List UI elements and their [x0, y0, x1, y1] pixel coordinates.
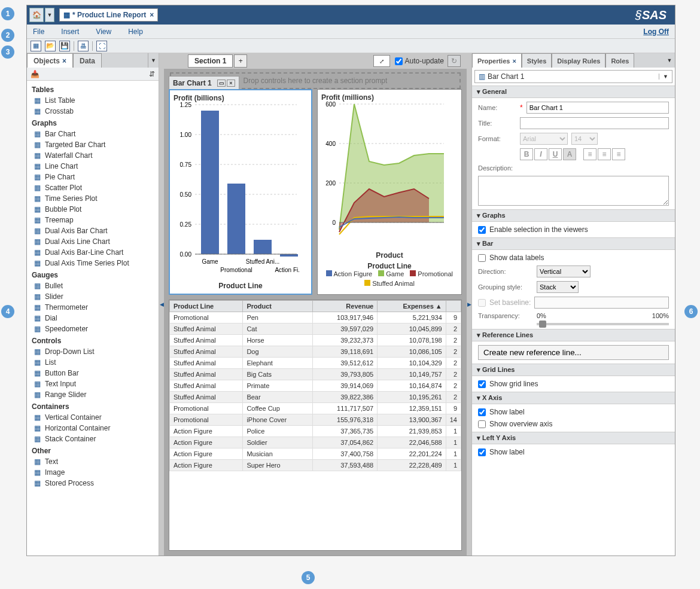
close-icon[interactable]: × [62, 57, 66, 65]
grouping-select[interactable]: Stack [537, 281, 579, 293]
col-revenue[interactable]: Revenue [312, 301, 377, 312]
close-icon[interactable]: × [227, 80, 235, 87]
col-expenses[interactable]: Expenses ▲ [378, 301, 446, 312]
refresh-button[interactable]: ↻ [448, 55, 461, 67]
col-product-line[interactable]: Product Line [170, 301, 243, 312]
tab-properties[interactable]: Properties× [472, 53, 522, 68]
object-item[interactable]: ▦Bullet [28, 280, 157, 291]
description-field[interactable] [478, 176, 669, 206]
save-button[interactable]: 💾 [59, 41, 70, 51]
section-gridlines[interactable]: ▾ Grid Lines [472, 364, 675, 376]
add-object-icon[interactable]: 📥 [31, 70, 39, 78]
section-general[interactable]: ▾ General [472, 86, 675, 98]
object-item[interactable]: ▦Dual Axis Time Series Plot [28, 258, 157, 268]
object-item[interactable]: ▦List Table [28, 95, 157, 106]
object-item[interactable]: ▦Vertical Container [28, 412, 157, 423]
object-item[interactable]: ▦Range Slider [28, 389, 157, 400]
object-item[interactable]: ▦Pie Chart [28, 172, 157, 182]
line-chart[interactable]: Profit (millions) 6004002000 [317, 89, 462, 295]
object-item[interactable]: ▦Bar Chart [28, 129, 157, 139]
table-row[interactable]: PromotionalPen103,917,9465,221,9349 [170, 312, 461, 324]
object-item[interactable]: ▦Horizontal Container [28, 423, 157, 434]
bar-chart[interactable]: Profit (billions) 1.251.000.750.500.250.… [169, 89, 312, 295]
object-item[interactable]: ▦Text [28, 456, 157, 467]
table-row[interactable]: Stuffed AnimalPrimate39,914,06910,164,87… [170, 380, 461, 392]
add-section-button[interactable]: + [234, 54, 247, 68]
object-item[interactable]: ▦Dual Axis Bar-Line Chart [28, 247, 157, 258]
table-row[interactable]: Stuffed AnimalBig Cats39,793,80510,149,7… [170, 369, 461, 380]
table-row[interactable]: Action FigureSuper Hero37,593,48822,228,… [170, 460, 461, 471]
home-button[interactable]: 🏠 [29, 8, 44, 22]
close-icon[interactable]: × [150, 11, 154, 19]
document-tab[interactable]: ▦ * Product Line Report × [59, 8, 158, 22]
object-item[interactable]: ▦Button Bar [28, 368, 157, 379]
xaxis-overview-checkbox[interactable] [478, 420, 486, 428]
object-item[interactable]: ▦Waterfall Chart [28, 150, 157, 161]
tab-roles[interactable]: Roles [605, 53, 634, 68]
tab-styles[interactable]: Styles [522, 53, 552, 68]
menu-file[interactable]: File [33, 28, 44, 36]
section-graphs[interactable]: ▾ Graphs [472, 209, 675, 222]
object-item[interactable]: ▦Line Chart [28, 161, 157, 172]
object-item[interactable]: ▦Stack Container [28, 434, 157, 444]
auto-update-checkbox[interactable] [395, 57, 403, 65]
title-field[interactable] [520, 117, 669, 129]
tab-objects[interactable]: Objects× [27, 53, 73, 68]
section-lyaxis[interactable]: ▾ Left Y Axis [472, 432, 675, 444]
table-row[interactable]: PromotionalCoffee Cup111,717,50712,359,1… [170, 403, 461, 414]
col-product[interactable]: Product [243, 301, 312, 312]
expand-button[interactable]: ⤢ [373, 55, 390, 67]
tab-display-rules[interactable]: Display Rules [552, 53, 605, 68]
new-report-button[interactable]: ▦ [31, 41, 41, 51]
transparency-slider[interactable] [537, 323, 669, 325]
object-item[interactable]: ▦Stored Process [28, 478, 157, 489]
close-icon[interactable]: × [512, 57, 516, 65]
table-row[interactable]: PromotionaliPhone Cover155,976,31813,900… [170, 414, 461, 426]
maximize-icon[interactable]: ▭ [217, 80, 226, 87]
object-selector[interactable]: ▥ Bar Chart 1▼ [474, 70, 672, 83]
section-xaxis[interactable]: ▾ X Axis [472, 392, 675, 404]
resize-handle-left[interactable]: ◀ [159, 53, 164, 556]
logoff-link[interactable]: Log Off [643, 28, 669, 36]
object-item[interactable]: ▦Bubble Plot [28, 204, 157, 215]
table-row[interactable]: Action FigureMusician37,400,75822,201,22… [170, 448, 461, 460]
menu-help[interactable]: Help [128, 28, 143, 36]
print-button[interactable]: 🖶 [78, 41, 89, 51]
object-item[interactable]: ▦Time Series Plot [28, 193, 157, 204]
data-table[interactable]: Product Line Product Revenue Expenses ▲ … [169, 300, 462, 551]
right-tabs-dropdown[interactable]: ▼ [664, 53, 675, 68]
direction-select[interactable]: Vertical [537, 265, 591, 277]
menu-insert[interactable]: Insert [61, 28, 79, 36]
object-item[interactable]: ▦Dual Axis Line Chart [28, 236, 157, 247]
show-gridlines-checkbox[interactable] [478, 380, 486, 388]
object-item[interactable]: ▦Drop-Down List [28, 346, 157, 357]
table-row[interactable]: Stuffed AnimalHorse39,232,37310,078,1982 [170, 335, 461, 346]
object-item[interactable]: ▦Treemap [28, 215, 157, 225]
section-tab[interactable]: Section 1 [188, 54, 233, 68]
table-row[interactable]: Stuffed AnimalElephant39,512,61210,104,3… [170, 358, 461, 369]
object-item[interactable]: ▦Text Input [28, 379, 157, 389]
section-bar[interactable]: ▾ Bar [472, 237, 675, 250]
menu-view[interactable]: View [96, 28, 111, 36]
home-dropdown[interactable]: ▼ [45, 8, 54, 22]
object-item[interactable]: ▦Image [28, 467, 157, 478]
object-item[interactable]: ▦Thermometer [28, 302, 157, 313]
open-button[interactable]: 📂 [45, 41, 56, 51]
object-item[interactable]: ▦Speedometer [28, 324, 157, 334]
enable-selection-checkbox[interactable] [478, 226, 486, 234]
fullscreen-button[interactable]: ⛶ [96, 41, 107, 51]
object-item[interactable]: ▦Scatter Plot [28, 182, 157, 193]
show-data-labels-checkbox[interactable] [478, 254, 486, 262]
table-row[interactable]: Stuffed AnimalBear39,822,38610,195,2612 [170, 392, 461, 403]
section-reflines[interactable]: ▾ Reference Lines [472, 329, 675, 341]
bar-chart-title-bar[interactable]: Bar Chart 1 ▭ × [169, 76, 239, 89]
left-tabs-dropdown[interactable]: ▼ [148, 53, 159, 68]
xaxis-show-label-checkbox[interactable] [478, 408, 486, 416]
table-row[interactable]: Action FigurePolice37,365,73521,939,8531 [170, 426, 461, 437]
object-item[interactable]: ▦List [28, 357, 157, 368]
object-item[interactable]: ▦Targeted Bar Chart [28, 139, 157, 150]
lyaxis-show-label-checkbox[interactable] [478, 448, 486, 456]
resize-handle-right[interactable]: ▶ [467, 53, 471, 556]
object-item[interactable]: ▦Dial [28, 313, 157, 324]
table-row[interactable]: Stuffed AnimalDog39,118,69110,086,1052 [170, 346, 461, 358]
